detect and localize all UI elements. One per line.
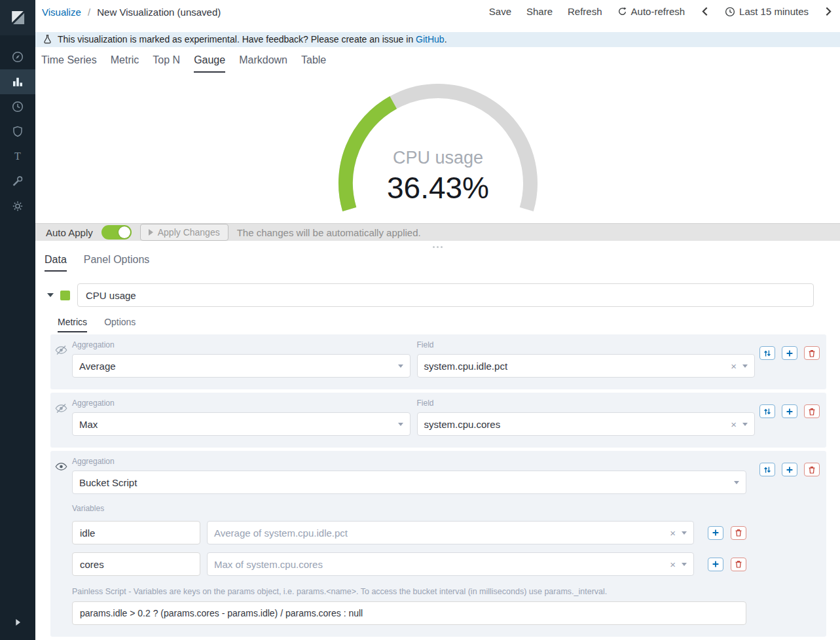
time-step-forward-button[interactable]	[824, 6, 833, 17]
metric-visibility-toggle[interactable]	[55, 456, 72, 625]
tab-metric[interactable]: Metric	[111, 54, 139, 73]
add-variable-button[interactable]	[708, 526, 723, 540]
tab-table[interactable]: Table	[301, 54, 326, 73]
trash-icon	[807, 349, 816, 358]
variable-name-input[interactable]	[72, 521, 200, 544]
sidebar-item-dashboard[interactable]	[0, 94, 35, 119]
chevron-down-icon	[742, 364, 748, 368]
reorder-metric-button[interactable]	[759, 463, 775, 476]
series-color-swatch[interactable]	[60, 291, 70, 300]
aggregation-select[interactable]: Bucket Script	[72, 471, 746, 494]
variables-label: Variables	[72, 504, 746, 513]
apply-changes-button[interactable]: Apply Changes	[140, 224, 228, 241]
gauge-chart: CPU usage 36.43%	[330, 73, 546, 223]
github-link[interactable]: GitHub	[416, 34, 445, 44]
viz-type-tabs: Time Series Metric Top N Gauge Markdown …	[35, 47, 840, 73]
field-label: Field	[417, 399, 756, 408]
metric-row-actions	[755, 456, 820, 625]
delete-metric-button[interactable]	[804, 404, 820, 418]
sort-arrows-icon	[763, 349, 772, 358]
aggregation-select[interactable]: Max	[72, 412, 411, 436]
field-select[interactable]: system.cpu.cores ×	[417, 412, 756, 436]
add-metric-button[interactable]	[782, 346, 797, 360]
series-collapse-caret[interactable]	[47, 293, 54, 297]
tab-time-series[interactable]: Time Series	[41, 54, 97, 73]
tab-top-n[interactable]: Top N	[153, 54, 180, 73]
svg-text:T: T	[14, 151, 21, 162]
plus-icon	[711, 560, 720, 569]
chevron-down-icon	[682, 563, 687, 566]
breadcrumb-visualize-link[interactable]: Visualize	[42, 7, 81, 18]
series-label-input[interactable]	[77, 283, 814, 307]
metric-row-actions	[755, 398, 820, 436]
auto-apply-hint: The changes will be automatically applie…	[237, 227, 421, 238]
metric-visibility-toggle[interactable]	[55, 340, 72, 378]
gauge-value: 36.43%	[386, 171, 488, 205]
sidebar-item-monitoring[interactable]	[0, 119, 35, 144]
sidebar-item-dev-tools[interactable]	[0, 169, 35, 194]
tab-panel-options[interactable]: Panel Options	[84, 254, 150, 272]
chevron-right-icon	[825, 6, 832, 17]
field-select[interactable]: system.cpu.idle.pct ×	[417, 354, 756, 378]
painless-script-help: Painless Script - Variables are keys on …	[72, 587, 746, 596]
trash-icon	[807, 407, 816, 416]
time-step-back-button[interactable]	[700, 6, 710, 17]
eye-icon	[55, 461, 67, 472]
add-metric-button[interactable]	[782, 463, 797, 476]
tab-gauge[interactable]: Gauge	[194, 54, 225, 73]
sidebar-collapse-button[interactable]	[0, 610, 35, 635]
chevron-left-icon	[701, 6, 708, 17]
sidebar-item-timelion[interactable]: T	[0, 144, 35, 169]
field-label: Field	[417, 340, 756, 349]
variable-value-select[interactable]: Max of system.cpu.cores ×	[207, 552, 694, 576]
breadcrumb-page-title: New Visualization (unsaved)	[97, 7, 221, 18]
trash-icon	[734, 560, 743, 569]
delete-variable-button[interactable]	[731, 526, 746, 540]
reorder-metric-button[interactable]	[759, 346, 775, 360]
variable-name-input[interactable]	[72, 552, 200, 576]
painless-script-input[interactable]	[72, 601, 746, 625]
clear-icon[interactable]: ×	[731, 419, 737, 429]
tab-options[interactable]: Options	[104, 317, 136, 332]
plus-icon	[711, 528, 720, 537]
plus-icon	[785, 349, 794, 358]
clear-icon[interactable]: ×	[731, 361, 737, 371]
chevron-down-icon	[398, 423, 403, 426]
share-button[interactable]: Share	[526, 6, 553, 17]
delete-metric-button[interactable]	[804, 463, 820, 476]
tab-data[interactable]: Data	[45, 254, 67, 272]
top-bar: Visualize / New Visualization (unsaved) …	[35, 0, 840, 32]
panel-resize-handle[interactable]	[35, 241, 840, 250]
chevron-down-icon	[682, 531, 687, 535]
series-row	[47, 283, 814, 307]
tab-metrics[interactable]: Metrics	[58, 317, 87, 332]
tab-markdown[interactable]: Markdown	[239, 54, 287, 73]
clock-circle-icon	[11, 100, 24, 113]
sidebar-item-discover[interactable]	[0, 44, 35, 69]
clock-icon	[725, 7, 735, 17]
auto-apply-toggle[interactable]	[101, 225, 132, 240]
reorder-metric-button[interactable]	[759, 404, 775, 418]
clear-icon[interactable]: ×	[670, 528, 676, 538]
aggregation-select[interactable]: Average	[72, 354, 411, 378]
sidebar-item-management[interactable]	[0, 194, 35, 219]
clear-icon[interactable]: ×	[670, 560, 676, 569]
editor-tabs: Data Panel Options	[35, 250, 840, 272]
plus-icon	[785, 465, 794, 474]
variable-row: Max of system.cpu.cores ×	[72, 552, 746, 576]
add-metric-button[interactable]	[782, 404, 797, 418]
eye-slash-icon	[55, 403, 67, 414]
refresh-button[interactable]: Refresh	[568, 6, 602, 17]
aggregation-label: Aggregation	[72, 340, 411, 349]
save-button[interactable]: Save	[489, 6, 511, 17]
kibana-logo[interactable]	[0, 0, 35, 35]
auto-refresh-button[interactable]: Auto-refresh	[617, 6, 685, 17]
delete-metric-button[interactable]	[804, 346, 820, 360]
sidebar-item-visualize[interactable]	[0, 69, 35, 94]
metric-visibility-toggle[interactable]	[55, 398, 72, 436]
plus-icon	[785, 407, 794, 416]
delete-variable-button[interactable]	[731, 558, 746, 571]
variable-value-select[interactable]: Average of system.cpu.idle.pct ×	[207, 521, 694, 544]
time-range-picker[interactable]: Last 15 minutes	[725, 6, 809, 17]
add-variable-button[interactable]	[708, 558, 723, 571]
